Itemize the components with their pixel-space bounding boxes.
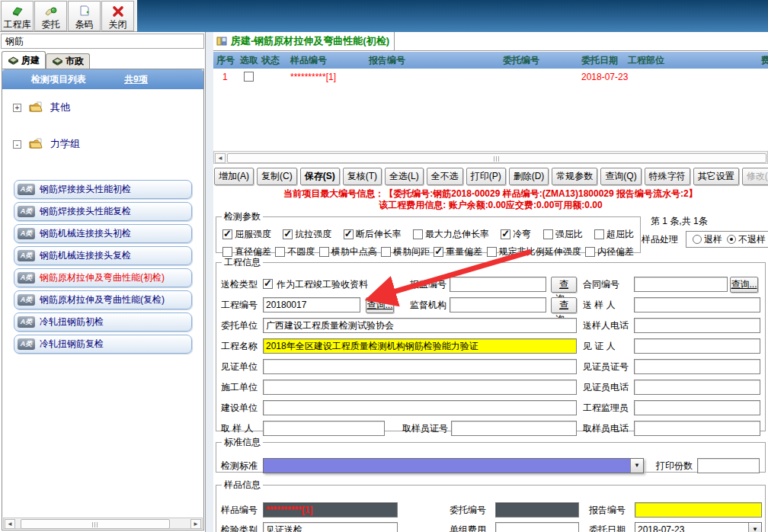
sender-phone-field[interactable]: [634, 318, 760, 333]
col-consign-no[interactable]: 委托编号: [503, 52, 539, 69]
collapse-icon[interactable]: -: [13, 140, 21, 149]
test-item-5[interactable]: A类 钢筋原材拉伸及弯曲性能(复检): [14, 290, 192, 309]
save-button[interactable]: 保存(S): [300, 168, 340, 185]
col-report-no[interactable]: 报告编号: [369, 52, 405, 69]
sampler-cert-field[interactable]: [451, 421, 577, 436]
tree-group-label[interactable]: 其他: [50, 101, 70, 114]
contract-no-field[interactable]: [634, 277, 728, 292]
scrollbar-thumb[interactable]: [227, 153, 766, 163]
report-no-field[interactable]: [635, 502, 762, 518]
tab-fangjian[interactable]: 房建: [2, 51, 46, 69]
test-item-4[interactable]: A类 钢筋原材拉伸及弯曲性能(初检): [14, 268, 192, 287]
select-all-button[interactable]: 全选(L): [385, 168, 424, 185]
check-type-field[interactable]: 见证送检: [263, 522, 398, 532]
acceptance-doc-checkbox[interactable]: [263, 279, 273, 289]
radio[interactable]: [727, 235, 736, 244]
sidebar-horizontal-scrollbar[interactable]: ◄ ►: [3, 518, 203, 529]
review-button[interactable]: 复核(T): [343, 168, 382, 185]
col-consign-date[interactable]: 委托日期: [581, 52, 618, 69]
checkbox[interactable]: [222, 229, 232, 239]
checkbox[interactable]: [543, 229, 553, 239]
test-item-6[interactable]: A类 冷轧扭钢筋初检: [14, 312, 192, 332]
project-no-query-button[interactable]: 查询...: [366, 297, 394, 313]
document-tab[interactable]: 房建-钢筋原材拉伸及弯曲性能(初检): [213, 32, 395, 50]
sample-no-field[interactable]: **********[1]: [263, 502, 398, 518]
commission-button[interactable]: 委托: [34, 1, 67, 31]
delete-button[interactable]: 删除(D): [509, 168, 549, 185]
group-fee-field[interactable]: [495, 522, 579, 532]
modify-button[interactable]: 修改(M): [742, 168, 768, 185]
checkbox[interactable]: [594, 229, 604, 239]
checkbox[interactable]: [283, 229, 293, 239]
witness-field[interactable]: [634, 338, 760, 354]
scroll-right-icon[interactable]: ►: [190, 519, 201, 529]
sampler-phone-field[interactable]: [634, 421, 760, 436]
project-no-field[interactable]: 20180017: [263, 297, 360, 312]
witness-cert-field[interactable]: [634, 359, 760, 374]
param-option[interactable]: 断后伸长率: [344, 228, 402, 241]
col-fee[interactable]: 费: [761, 52, 768, 69]
project-name-field[interactable]: 2018年全区建设工程质量检测机构钢筋检验能力验证: [263, 338, 577, 354]
param-option[interactable]: 超屈比: [594, 228, 634, 241]
col-status[interactable]: 状态: [261, 52, 280, 69]
scroll-left-icon[interactable]: ◄: [215, 153, 226, 163]
category-field[interactable]: 钢筋: [1, 34, 204, 49]
add-button[interactable]: 增加(A): [214, 168, 254, 185]
param-option[interactable]: 强屈比: [543, 228, 583, 241]
checkbox[interactable]: [344, 229, 354, 239]
param-option[interactable]: 抗拉强度: [283, 228, 331, 241]
return-sample-option[interactable]: 退样: [693, 233, 722, 246]
tree-group-label[interactable]: 力学组: [50, 137, 80, 151]
param-option[interactable]: 最大力总伸长率: [413, 228, 489, 241]
param-option[interactable]: 冷弯: [501, 228, 531, 241]
witness-org-field[interactable]: [263, 359, 577, 374]
report-reg-field[interactable]: [450, 277, 546, 292]
chevron-down-icon[interactable]: ▼: [630, 459, 643, 473]
expand-icon[interactable]: +: [13, 104, 21, 112]
grid-horizontal-scrollbar[interactable]: ◄: [213, 151, 768, 164]
query-button[interactable]: 查询(Q): [600, 168, 641, 185]
param-option[interactable]: 屈服强度: [222, 228, 271, 241]
test-item-3[interactable]: A类 钢筋机械连接接头复检: [14, 246, 192, 265]
checkbox[interactable]: [413, 229, 423, 239]
supervise-org-field[interactable]: [450, 297, 546, 312]
standard-combobox[interactable]: ▼: [263, 458, 644, 473]
no-return-sample-option[interactable]: 不退样: [727, 233, 766, 246]
supervisor-field[interactable]: [634, 400, 760, 415]
tree-group-other[interactable]: + 其他: [13, 98, 70, 117]
radio[interactable]: [693, 235, 702, 244]
row-select-checkbox[interactable]: [244, 72, 254, 82]
scroll-left-icon[interactable]: ◄: [5, 519, 15, 529]
barcode-button[interactable]: 条码: [68, 1, 101, 31]
test-item-1[interactable]: A类 钢筋焊接接头性能复检: [14, 202, 192, 221]
general-params-button[interactable]: 常规参数: [552, 168, 597, 185]
test-item-2[interactable]: A类 钢筋机械连接接头初检: [14, 224, 192, 243]
consign-date-combobox[interactable]: 2018-07-23 ▼: [635, 522, 762, 532]
construct-org-field[interactable]: [263, 380, 577, 395]
contract-query-button[interactable]: 查询...: [730, 277, 758, 293]
sampler-field[interactable]: [263, 421, 385, 436]
test-item-0[interactable]: A类 钢筋焊接接头性能初检: [14, 180, 192, 199]
col-project-part[interactable]: 工程部位: [628, 52, 664, 69]
tree-group-mechanics[interactable]: - 力学组: [13, 135, 80, 153]
scrollbar-thumb[interactable]: [21, 519, 170, 529]
checkbox[interactable]: [501, 229, 510, 239]
consign-no-field[interactable]: [495, 502, 579, 518]
tab-shizheng[interactable]: 市政: [46, 53, 90, 69]
col-sample-no[interactable]: 样品编号: [290, 52, 327, 69]
print-button[interactable]: 打印(P): [466, 168, 506, 185]
supervise-query-button[interactable]: 查询...: [551, 297, 577, 313]
copy-button[interactable]: 复制(C): [257, 168, 297, 185]
other-settings-button[interactable]: 其它设置: [693, 168, 739, 185]
client-org-field[interactable]: 广西建设工程质量检测试验协会: [263, 318, 577, 333]
table-row[interactable]: 1 **********[1] 2018-07-23: [213, 70, 768, 84]
col-select[interactable]: 选取: [240, 52, 258, 69]
special-chars-button[interactable]: 特殊字符: [645, 168, 690, 185]
build-org-field[interactable]: [263, 400, 577, 415]
report-reg-query-button[interactable]: 查询...: [551, 277, 577, 293]
print-count-field[interactable]: [697, 458, 760, 473]
list-count[interactable]: 共9项: [124, 69, 148, 89]
test-item-7[interactable]: A类 冷轧扭钢筋复检: [14, 335, 192, 354]
project-library-button[interactable]: 工程库: [1, 1, 34, 31]
witness-phone-field[interactable]: [634, 380, 760, 395]
